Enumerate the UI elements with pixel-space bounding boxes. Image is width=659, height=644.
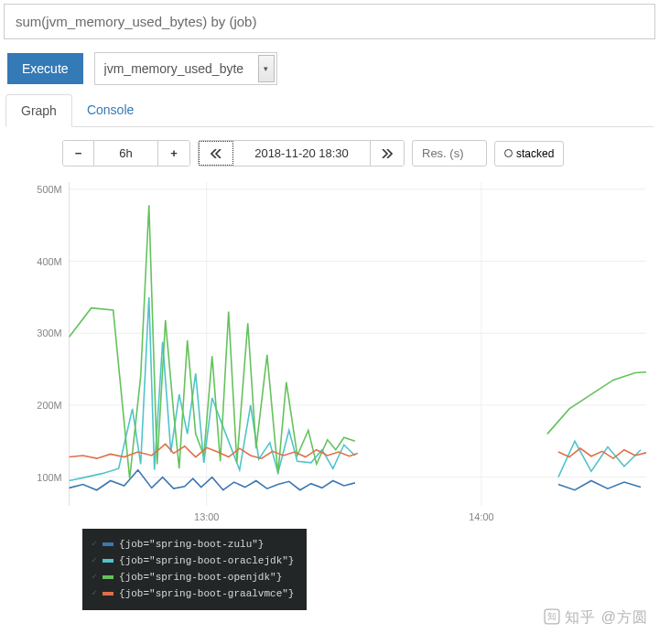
check-icon: ✓ (92, 570, 97, 585)
execute-button[interactable]: Execute (7, 53, 83, 84)
legend-swatch (103, 575, 113, 579)
tabs: Graph Console (5, 94, 654, 127)
metric-select[interactable]: ▾ (94, 52, 277, 85)
range-display[interactable]: 6h (94, 141, 158, 166)
tab-graph[interactable]: Graph (5, 94, 72, 127)
series-spring-boot-openjdk[interactable] (547, 372, 646, 435)
circle-icon (504, 149, 513, 157)
series-spring-boot-zulu[interactable] (558, 481, 641, 490)
line-chart[interactable]: 100M200M300M400M500M13:0014:00 (13, 176, 650, 532)
svg-text:知: 知 (547, 611, 556, 621)
check-icon: ✓ (92, 537, 97, 553)
graph-panel: − 6h + 2018-11-20 18:30 stacked 100M200M… (0, 127, 659, 538)
time-prev-button[interactable] (199, 141, 233, 166)
legend-item[interactable]: ✓{job="spring-boot-oraclejdk"} (92, 553, 294, 569)
svg-text:400M: 400M (37, 256, 61, 267)
stacked-label: stacked (516, 147, 554, 160)
controls-row: Execute ▾ (0, 47, 659, 92)
check-icon: ✓ (92, 586, 97, 602)
check-icon: ✓ (92, 553, 97, 569)
time-next-button[interactable] (371, 141, 404, 166)
double-chevron-right-icon (382, 149, 393, 158)
query-input[interactable]: sum(jvm_memory_used_bytes) by (job) (4, 4, 655, 39)
chevron-down-icon[interactable]: ▾ (258, 55, 275, 82)
series-spring-boot-zulu[interactable] (70, 470, 355, 490)
svg-text:200M: 200M (37, 400, 61, 411)
watermark: 知 知乎 @方圆 (544, 608, 648, 628)
legend-item[interactable]: ✓{job="spring-boot-graalvmce"} (92, 585, 294, 602)
zhihu-icon: 知 (544, 608, 560, 625)
svg-text:13:00: 13:00 (194, 511, 219, 522)
legend-item[interactable]: ✓{job="spring-boot-zulu"} (92, 536, 294, 553)
legend-swatch (103, 592, 113, 596)
legend-swatch (103, 559, 113, 563)
svg-text:300M: 300M (37, 327, 61, 338)
legend-item[interactable]: ✓{job="spring-boot-openjdk"} (92, 569, 294, 585)
resolution-input[interactable] (412, 140, 487, 166)
datetime-display[interactable]: 2018-11-20 18:30 (233, 141, 371, 166)
range-plus-button[interactable]: + (158, 141, 189, 166)
legend: ✓{job="spring-boot-zulu"}✓{job="spring-b… (82, 529, 307, 610)
svg-text:500M: 500M (37, 184, 61, 195)
series-spring-boot-oraclejdk[interactable] (558, 441, 641, 477)
tab-console[interactable]: Console (72, 94, 148, 126)
legend-label: {job="spring-boot-openjdk"} (119, 569, 282, 585)
svg-text:100M: 100M (37, 472, 61, 483)
double-chevron-left-icon (211, 149, 221, 158)
series-spring-boot-openjdk[interactable] (70, 205, 355, 478)
legend-label: {job="spring-boot-graalvmce"} (119, 585, 294, 602)
range-minus-button[interactable]: − (63, 141, 94, 166)
chart-toolbar: − 6h + 2018-11-20 18:30 stacked (62, 140, 654, 166)
metric-select-value[interactable] (95, 54, 276, 83)
legend-label: {job="spring-boot-oraclejdk"} (119, 553, 294, 569)
legend-swatch (103, 542, 113, 546)
stacked-toggle[interactable]: stacked (494, 141, 564, 166)
legend-label: {job="spring-boot-zulu"} (119, 536, 264, 553)
svg-text:14:00: 14:00 (469, 511, 493, 522)
chart-area: 100M200M300M400M500M13:0014:00 ✓{job="sp… (13, 176, 650, 532)
